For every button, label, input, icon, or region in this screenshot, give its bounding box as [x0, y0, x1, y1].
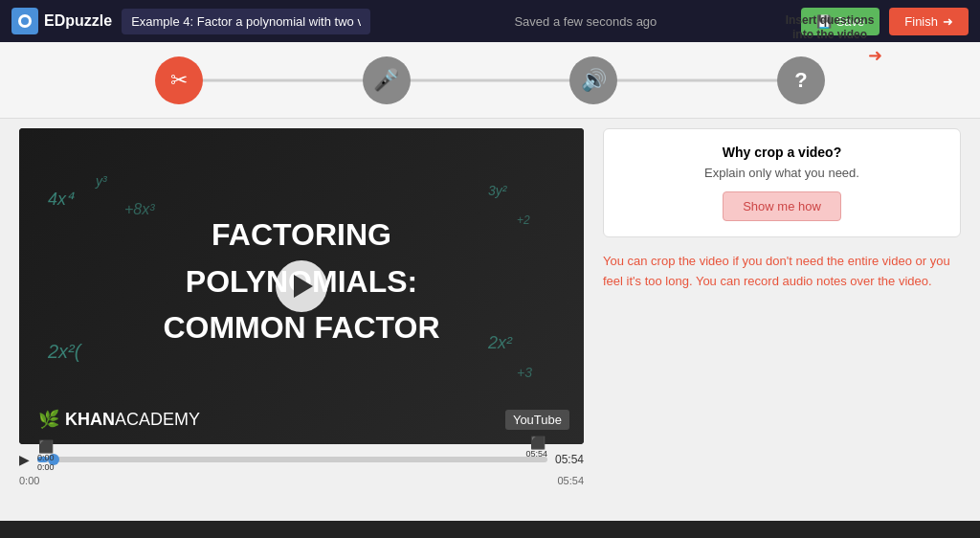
svg-text:+3: +3 — [517, 365, 532, 380]
video-play-button[interactable] — [276, 260, 327, 312]
show-me-button[interactable]: Show me how — [723, 191, 841, 221]
crop-card-title: Why crop a video? — [619, 145, 945, 160]
side-panel: Why crop a video? Explain only what you … — [603, 128, 961, 528]
video-controls: ▶ ⬛ 0:00 0:00 ⬛ — [19, 452, 584, 486]
time-start-label: 0:00 — [19, 475, 39, 486]
crop-info-card: Why crop a video? Explain only what you … — [603, 128, 961, 237]
editor-toolbar: ✂ 🎤 🔊 ? Insert questions into the video … — [0, 42, 980, 119]
main-content: 4x⁴ y³ +8x³ 3y² +2 2x²( 2x² +3 FACTORING… — [0, 119, 980, 538]
toolbar-icons-row: ✂ 🎤 🔊 ? Insert questions into the video … — [155, 56, 825, 104]
svg-text:2x²: 2x² — [487, 333, 513, 352]
svg-text:3y²: 3y² — [488, 183, 508, 198]
svg-text:4x⁴: 4x⁴ — [48, 190, 75, 209]
time-end-label: 05:54 — [557, 475, 584, 486]
question-tool-wrapper: ? Insert questions into the video ➜ — [777, 56, 825, 104]
logo-area: EDpuzzle — [11, 8, 112, 34]
play-triangle-icon — [294, 275, 313, 298]
bottom-bar — [0, 521, 980, 538]
insert-questions-tooltip: Insert questions into the video ➜ — [777, 13, 882, 66]
crop-info-text: You can crop the video if you don't need… — [603, 252, 961, 292]
video-player[interactable]: 4x⁴ y³ +8x³ 3y² +2 2x²( 2x² +3 FACTORING… — [19, 128, 584, 444]
progress-row: ▶ ⬛ 0:00 0:00 ⬛ — [19, 452, 584, 467]
video-background: 4x⁴ y³ +8x³ 3y² +2 2x²( 2x² +3 FACTORING… — [19, 128, 584, 444]
finish-button[interactable]: Finish ➜ — [889, 8, 969, 35]
khan-brand-text: KHANACADEMY — [65, 410, 200, 430]
svg-text:+2: +2 — [517, 213, 530, 227]
tooltip-text: Insert questions into the video — [777, 13, 882, 43]
svg-text:2x²(: 2x²( — [47, 341, 83, 362]
toolbar-connector-line — [174, 78, 806, 81]
crop-tool-button[interactable]: ✂ — [155, 56, 203, 104]
play-pause-button[interactable]: ▶ — [19, 452, 30, 467]
tooltip-arrow-icon: ➜ — [777, 45, 882, 66]
current-time-display: 05:54 — [555, 453, 584, 466]
khan-academy-logo: 🌿 KHANACADEMY — [38, 409, 200, 430]
video-section: 4x⁴ y³ +8x³ 3y² +2 2x²( 2x² +3 FACTORING… — [19, 128, 584, 528]
crop-start-time2: 0:00 — [37, 463, 55, 473]
crop-card-desc: Explain only what you need. — [619, 166, 945, 180]
time-labels: 0:00 05:54 — [19, 475, 584, 486]
video-line1: FACTORING — [163, 216, 439, 253]
video-line3: COMMON FACTOR — [163, 309, 439, 346]
khan-leaf-icon: 🌿 — [38, 409, 59, 430]
lesson-title-input[interactable] — [122, 9, 370, 34]
audio-tool-button[interactable]: 🔊 — [569, 56, 617, 104]
youtube-badge: YouTube — [505, 410, 569, 430]
crop-start-icon: ⬛ — [38, 439, 54, 454]
crop-start-marker[interactable]: ⬛ 0:00 0:00 — [37, 439, 55, 473]
logo-text: EDpuzzle — [44, 12, 112, 30]
svg-point-2 — [21, 17, 29, 25]
crop-end-marker[interactable]: ⬛ 05:54 — [525, 436, 547, 460]
crop-end-icon: ⬛ — [530, 436, 546, 450]
crop-end-time: 05:54 — [525, 450, 547, 460]
edpuzzle-logo-icon — [11, 8, 38, 34]
progress-bar[interactable]: ⬛ 0:00 0:00 ⬛ 05:54 — [37, 457, 547, 462]
microphone-tool-button[interactable]: 🎤 — [363, 56, 411, 104]
svg-text:+8x³: +8x³ — [124, 201, 155, 217]
finish-arrow-icon: ➜ — [943, 14, 953, 29]
saved-status: Saved a few seconds ago — [380, 14, 791, 29]
svg-text:y³: y³ — [95, 173, 107, 189]
